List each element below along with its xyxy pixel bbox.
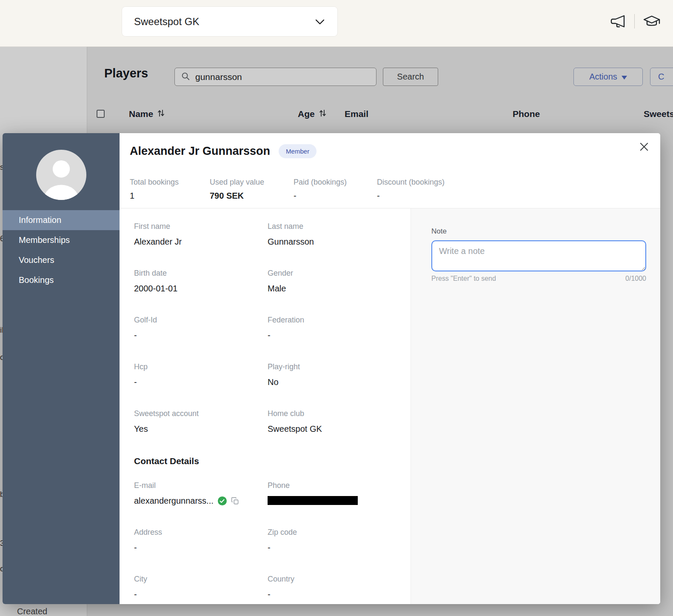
close-button[interactable]: [637, 140, 651, 154]
field-value: Alexander Jr: [134, 237, 268, 247]
note-label: Note: [431, 227, 660, 236]
field-label: E-mail: [134, 481, 268, 490]
field-label: Zip code: [268, 528, 395, 537]
field-play-right: Play-right No: [268, 362, 395, 387]
field-label: Phone: [268, 481, 395, 490]
stat-paid-bookings: Paid (bookings) -: [294, 178, 377, 201]
field-gender: Gender Male: [268, 269, 395, 294]
email-value: alexandergunnarss...: [134, 496, 214, 506]
phone-redaction-bar: [268, 496, 358, 505]
field-home-club: Home club Sweetspot GK: [268, 409, 395, 434]
field-address: Address -: [134, 528, 268, 553]
email-verified-icon: [218, 496, 227, 505]
stats-row: Total bookings 1 Used play value 790 SEK…: [130, 178, 660, 201]
stat-value: 790 SEK: [210, 191, 294, 201]
field-label: Gender: [268, 269, 395, 278]
player-fields: First name Alexander Jr Last name Gunnar…: [120, 208, 411, 604]
stat-value: -: [294, 191, 377, 201]
field-value: Gunnarsson: [268, 237, 395, 247]
field-label: Play-right: [268, 362, 395, 371]
field-value: -: [134, 543, 268, 553]
field-label: Home club: [268, 409, 395, 418]
club-selector-value: Sweetspot GK: [134, 16, 199, 28]
field-label: Sweetspot account: [134, 409, 268, 418]
club-selector[interactable]: Sweetspot GK: [122, 7, 337, 36]
sidebar-item-vouchers[interactable]: Vouchers: [3, 250, 120, 270]
megaphone-icon[interactable]: [610, 14, 627, 28]
field-federation: Federation -: [268, 316, 395, 340]
field-label: Hcp: [134, 362, 268, 371]
field-last-name: Last name Gunnarsson: [268, 222, 395, 247]
copy-icon[interactable]: [231, 497, 239, 505]
sidebar-item-information[interactable]: Information: [3, 210, 120, 230]
field-label: Last name: [268, 222, 395, 231]
note-char-counter: 0/1000: [625, 275, 646, 282]
stat-used-play-value: Used play value 790 SEK: [210, 178, 294, 201]
field-value: -: [134, 377, 268, 387]
member-badge: Member: [279, 144, 317, 158]
field-value: Male: [268, 284, 395, 294]
field-label: Federation: [268, 316, 395, 325]
stat-label: Paid (bookings): [294, 178, 377, 187]
field-country: Country -: [268, 575, 395, 599]
field-golf-id: Golf-Id -: [134, 316, 268, 340]
player-name-title: Alexander Jr Gunnarsson: [130, 145, 270, 158]
stat-label: Discount (bookings): [377, 178, 445, 187]
modal-content: Alexander Jr Gunnarsson Member Total boo…: [120, 133, 660, 604]
field-value: Yes: [134, 424, 268, 434]
field-value: -: [268, 331, 395, 340]
field-label: Country: [268, 575, 395, 584]
field-label: Address: [134, 528, 268, 537]
modal-header: Alexander Jr Gunnarsson Member Total boo…: [120, 133, 660, 208]
field-value: -: [134, 331, 268, 340]
player-detail-modal: Information Memberships Vouchers Booking…: [3, 133, 660, 604]
sidebar-item-bookings[interactable]: Bookings: [3, 270, 120, 290]
stat-total-bookings: Total bookings 1: [130, 178, 210, 201]
field-value: -: [134, 590, 268, 599]
sidebar-item-memberships[interactable]: Memberships: [3, 230, 120, 250]
note-input[interactable]: [431, 240, 646, 271]
stat-value: 1: [130, 191, 210, 201]
note-hint: Press "Enter" to send: [431, 275, 496, 282]
notes-panel: Note Press "Enter" to send 0/1000: [411, 208, 660, 604]
field-label: Birth date: [134, 269, 268, 278]
modal-sidebar: Information Memberships Vouchers Booking…: [3, 133, 120, 604]
topbar: Sweetspot GK: [0, 0, 673, 47]
field-value: 2000-01-01: [134, 284, 268, 294]
stat-value: -: [377, 191, 445, 201]
field-zip-code: Zip code -: [268, 528, 395, 553]
field-email: E-mail alexandergunnarss...: [134, 481, 268, 506]
field-hcp: Hcp -: [134, 362, 268, 387]
field-label: City: [134, 575, 268, 584]
field-birth-date: Birth date 2000-01-01: [134, 269, 268, 294]
person-icon: [36, 150, 86, 200]
field-value: -: [268, 590, 395, 599]
stat-label: Total bookings: [130, 178, 210, 187]
contact-details-heading: Contact Details: [134, 456, 411, 466]
field-sweetspot-account: Sweetspot account Yes: [134, 409, 268, 434]
field-value: Sweetspot GK: [268, 424, 395, 434]
graduation-cap-icon[interactable]: [642, 14, 661, 29]
field-first-name: First name Alexander Jr: [134, 222, 268, 247]
chevron-down-icon: [315, 16, 325, 28]
field-city: City -: [134, 575, 268, 599]
player-avatar: [36, 150, 86, 200]
field-phone: Phone: [268, 481, 395, 506]
stat-label: Used play value: [210, 178, 294, 187]
topbar-icon-divider: [634, 14, 635, 29]
field-value: -: [268, 543, 395, 553]
stat-discount-bookings: Discount (bookings) -: [377, 178, 445, 201]
field-value: No: [268, 377, 395, 387]
field-label: First name: [134, 222, 268, 231]
field-label: Golf-Id: [134, 316, 268, 325]
close-icon: [638, 141, 650, 153]
